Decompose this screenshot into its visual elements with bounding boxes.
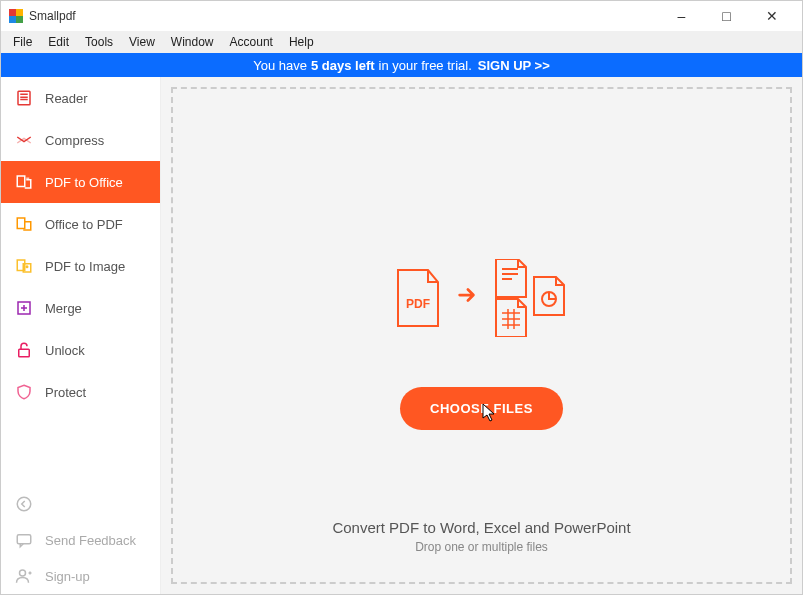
sidebar-item-pdf-to-image[interactable]: PDF to Image bbox=[1, 245, 160, 287]
sidebar-item-label: Office to PDF bbox=[45, 217, 123, 232]
menu-account[interactable]: Account bbox=[222, 33, 281, 51]
app-logo-icon bbox=[9, 9, 23, 23]
svg-rect-9 bbox=[17, 218, 25, 229]
reader-icon bbox=[15, 89, 33, 107]
sidebar-item-office-to-pdf[interactable]: Office to PDF bbox=[1, 203, 160, 245]
arrow-right-icon bbox=[456, 284, 478, 312]
pdf-to-image-icon bbox=[15, 257, 33, 275]
sidebar-item-label: PDF to Office bbox=[45, 175, 123, 190]
maximize-button[interactable]: □ bbox=[704, 2, 749, 30]
file-dropzone[interactable]: PDF bbox=[171, 87, 792, 584]
back-icon bbox=[15, 495, 33, 513]
merge-icon bbox=[15, 299, 33, 317]
dropzone-caption: Convert PDF to Word, Excel and PowerPoin… bbox=[332, 519, 630, 554]
sidebar-footer-label: Send Feedback bbox=[45, 533, 136, 548]
sidebar-item-label: Protect bbox=[45, 385, 86, 400]
banner-text-post: in your free trial. bbox=[379, 58, 472, 73]
sidebar-back-button[interactable] bbox=[1, 486, 160, 522]
sidebar-item-compress[interactable]: Compress bbox=[1, 119, 160, 161]
svg-rect-5 bbox=[20, 94, 28, 96]
svg-rect-2 bbox=[9, 16, 16, 23]
sidebar-item-reader[interactable]: Reader bbox=[1, 77, 160, 119]
content-area: Reader Compress PDF to Office Office to … bbox=[1, 77, 802, 594]
caption-heading: Convert PDF to Word, Excel and PowerPoin… bbox=[332, 519, 630, 536]
compress-icon bbox=[15, 131, 33, 149]
banner-text-pre: You have bbox=[253, 58, 307, 73]
sidebar-item-pdf-to-office[interactable]: PDF to Office bbox=[1, 161, 160, 203]
menu-tools[interactable]: Tools bbox=[77, 33, 121, 51]
office-documents-icon bbox=[492, 259, 570, 337]
menu-edit[interactable]: Edit bbox=[40, 33, 77, 51]
svg-point-12 bbox=[26, 266, 28, 268]
sidebar-send-feedback[interactable]: Send Feedback bbox=[1, 522, 160, 558]
sidebar-item-label: Reader bbox=[45, 91, 88, 106]
sidebar-item-protect[interactable]: Protect bbox=[1, 371, 160, 413]
pdf-document-icon: PDF bbox=[394, 268, 442, 328]
sidebar-footer-label: Sign-up bbox=[45, 569, 90, 584]
sidebar-signup[interactable]: Sign-up bbox=[1, 558, 160, 594]
minimize-button[interactable]: – bbox=[659, 2, 704, 30]
svg-rect-0 bbox=[9, 9, 16, 16]
conversion-illustration: PDF bbox=[394, 259, 570, 337]
menu-view[interactable]: View bbox=[121, 33, 163, 51]
sidebar-item-merge[interactable]: Merge bbox=[1, 287, 160, 329]
trial-banner: You have 5 days left in your free trial.… bbox=[1, 53, 802, 77]
svg-rect-1 bbox=[16, 9, 23, 16]
menu-help[interactable]: Help bbox=[281, 33, 322, 51]
svg-rect-18 bbox=[17, 535, 31, 544]
sidebar-item-label: Unlock bbox=[45, 343, 85, 358]
pdf-to-office-icon bbox=[15, 173, 33, 191]
sidebar: Reader Compress PDF to Office Office to … bbox=[1, 77, 161, 594]
svg-text:PDF: PDF bbox=[406, 297, 430, 311]
sidebar-item-label: Compress bbox=[45, 133, 104, 148]
sidebar-item-label: Merge bbox=[45, 301, 82, 316]
titlebar: Smallpdf – □ ✕ bbox=[1, 1, 802, 31]
menubar: File Edit Tools View Window Account Help bbox=[1, 31, 802, 53]
caption-subtext: Drop one or multiple files bbox=[332, 540, 630, 554]
svg-rect-16 bbox=[19, 349, 30, 357]
feedback-icon bbox=[15, 531, 33, 549]
window-title: Smallpdf bbox=[29, 9, 76, 23]
banner-signup-link[interactable]: SIGN UP >> bbox=[478, 58, 550, 73]
protect-icon bbox=[15, 383, 33, 401]
menu-file[interactable]: File bbox=[5, 33, 40, 51]
sidebar-item-label: PDF to Image bbox=[45, 259, 125, 274]
main-panel: PDF bbox=[161, 77, 802, 594]
signup-icon bbox=[15, 567, 33, 585]
office-to-pdf-icon bbox=[15, 215, 33, 233]
svg-point-17 bbox=[17, 497, 31, 511]
close-button[interactable]: ✕ bbox=[749, 2, 794, 30]
svg-point-19 bbox=[20, 570, 26, 576]
svg-rect-3 bbox=[16, 16, 23, 23]
choose-files-button[interactable]: CHOOSE FILES bbox=[400, 387, 563, 430]
svg-rect-8 bbox=[17, 176, 25, 187]
unlock-icon bbox=[15, 341, 33, 359]
menu-window[interactable]: Window bbox=[163, 33, 222, 51]
banner-days-left: 5 days left bbox=[311, 58, 375, 73]
sidebar-item-unlock[interactable]: Unlock bbox=[1, 329, 160, 371]
